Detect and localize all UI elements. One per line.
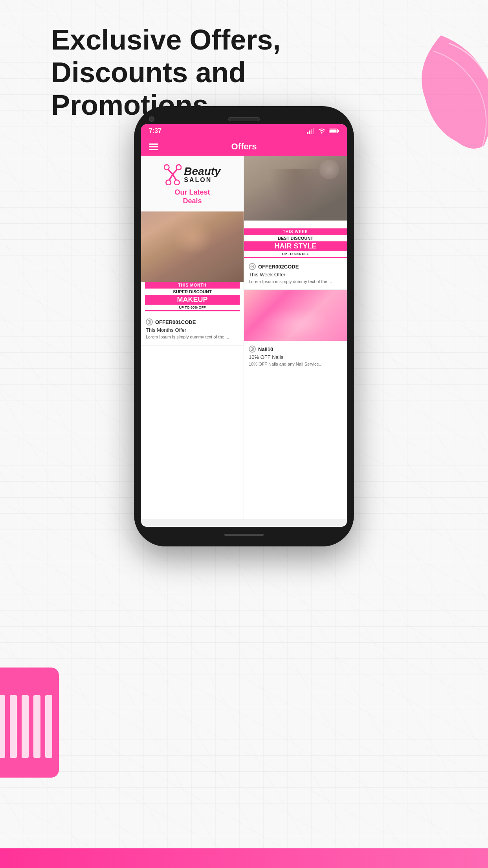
makeup-offer-card[interactable]: OFFER001CODE This Months Offer Lorem Ips… [141,314,244,345]
right-column: THIS WEEK BEST DISCOUNT HAIR STYLE UP TO… [244,156,347,519]
svg-rect-12 [338,130,339,132]
status-time: 7:37 [149,127,161,134]
nail-offer-card[interactable]: Nail10 10% OFF Nails 10% OFF Nails and a… [244,341,347,372]
signal-icon [307,128,315,134]
hamburger-line-2 [149,146,158,147]
svg-point-20 [176,165,182,170]
svg-rect-7 [309,131,310,134]
hair-discount: UP TO 60% OFF [244,251,347,258]
phone-mockup: 7:37 [134,106,354,546]
makeup-offer-name: This Months Offer [146,327,239,333]
content-area: Beauty SALON Our Latest Deals [141,156,347,519]
makeup-discount: UP TO 60% OFF [145,305,240,311]
makeup-photo [141,211,244,282]
brand-name-block: Beauty SALON [184,166,220,183]
battery-icon [329,128,339,134]
svg-rect-4 [33,695,40,758]
phone-frame: 7:37 [134,106,354,546]
status-icons [307,128,339,134]
hair-offer-code: OFFER002CODE [258,264,299,270]
hair-offer-desc: Lorem Ipsum is simply dummy text of the … [249,279,342,285]
svg-rect-1 [0,695,5,758]
makeup-code-row: OFFER001CODE [146,318,239,326]
deco-bottom-left [0,664,67,789]
makeup-subtitle: SUPER DISCOUNT [145,289,240,295]
left-column: Beauty SALON Our Latest Deals [141,156,244,519]
hair-tag: THIS WEEK [244,228,347,235]
wifi-icon [318,128,326,134]
brand-logo: Beauty SALON [164,164,220,185]
makeup-tag: THIS MONTH [145,282,240,289]
makeup-offer-overlay: THIS MONTH SUPER DISCOUNT MAKEUP UP TO 6… [141,280,244,314]
hair-title: HAIR STYLE [244,241,347,251]
svg-rect-3 [22,695,29,758]
hair-subtitle: BEST DISCOUNT [244,235,347,241]
svg-rect-6 [307,132,308,134]
hair-offer-banner[interactable]: THIS WEEK BEST DISCOUNT HAIR STYLE UP TO… [244,156,347,258]
makeup-offer-banner[interactable]: THIS MONTH SUPER DISCOUNT MAKEUP UP TO 6… [141,211,244,314]
nav-bar[interactable]: Offers [141,138,347,156]
nail-offer-section[interactable]: Nail10 10% OFF Nails 10% OFF Nails and a… [244,290,347,519]
svg-rect-9 [313,128,314,134]
hair-offer-card[interactable]: OFFER002CODE This Week Offer Lorem Ipsum… [244,258,347,290]
hair-offer-name: This Week Offer [249,272,342,278]
makeup-offer-code: OFFER001CODE [155,319,196,325]
makeup-title: MAKEUP [145,295,240,305]
svg-point-10 [321,132,322,133]
status-bar: 7:37 [141,124,347,138]
svg-point-16 [164,165,169,170]
bottom-accent-bar [0,848,488,868]
svg-rect-5 [45,695,52,758]
svg-rect-8 [311,129,312,134]
phone-screen: 7:37 [141,124,347,527]
nail-code-row: Nail10 [249,346,342,353]
brand-salon-text: SALON [184,177,220,183]
svg-point-17 [166,180,171,185]
makeup-offer-desc: Lorem Ipsum is simply dummy text of the … [146,334,239,340]
hair-photo [244,156,347,221]
hamburger-line-1 [149,143,158,145]
page-title: Exclusive Offers, Discounts and Promotio… [51,24,326,121]
nail-offer-name: 10% OFF Nails [249,354,342,360]
nail-photo [244,290,347,341]
svg-rect-13 [330,130,337,132]
home-indicator [224,534,264,536]
hamburger-menu[interactable] [149,143,158,150]
brand-beauty-text: Beauty [184,166,220,177]
hamburger-line-3 [149,149,158,150]
phone-bottom-bar [141,527,347,542]
offer-tag-icon [146,318,153,326]
brand-tagline: Our Latest Deals [174,188,210,205]
hair-code-row: OFFER002CODE [249,263,342,270]
brand-header: Beauty SALON Our Latest Deals [141,156,244,211]
svg-point-21 [174,180,180,185]
hair-tag-icon [249,263,256,270]
hair-offer-overlay: THIS WEEK BEST DISCOUNT HAIR STYLE UP TO… [244,228,347,258]
scissors-logo-icon [164,164,182,185]
nail-offer-desc: 10% OFF Nails and any Nail Service... [249,361,342,367]
nav-title: Offers [158,142,330,152]
nail-tag-icon [249,346,256,353]
deco-top-right [409,31,488,157]
nail-offer-code: Nail10 [258,346,273,352]
svg-rect-2 [10,695,17,758]
